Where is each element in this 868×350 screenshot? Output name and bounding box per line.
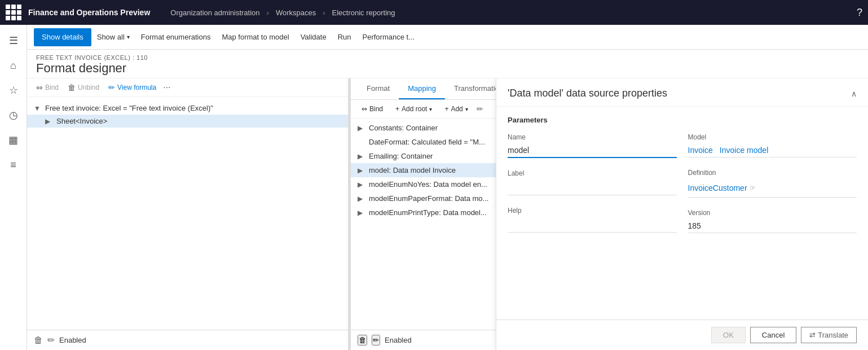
model-links: Invoice Invoice model — [688, 143, 857, 158]
tab-transformation[interactable]: Transformation — [445, 78, 496, 99]
app-grid-icon[interactable] — [6, 5, 21, 20]
name-field: Name — [508, 133, 677, 158]
sidebar-item-clock[interactable]: ◷ — [2, 104, 25, 126]
view-formula-button[interactable]: ✏ View formula — [106, 82, 158, 93]
model-section: Model Invoice Invoice model — [688, 133, 857, 158]
invoice-model-link[interactable]: Invoice model — [720, 146, 768, 155]
version-label: Version — [688, 209, 857, 217]
add-button[interactable]: + Add ▾ — [440, 103, 472, 115]
top-nav: Finance and Operations Preview Organizat… — [0, 0, 868, 25]
format-enumerations-button[interactable]: Format enumerations — [135, 28, 217, 46]
help-label: Help — [508, 207, 677, 215]
definition-link[interactable]: InvoiceCustomer — [688, 181, 747, 195]
sidebar-item-home[interactable]: ⌂ — [2, 54, 25, 77]
mapping-item-modelenumprinttype[interactable]: ▶ modelEnumPrintType: Data model... — [351, 205, 496, 220]
content-area: Show details Show all ▾ Format enumerati… — [27, 25, 868, 350]
collapse-panel-button[interactable]: ∧ — [851, 89, 857, 98]
run-button[interactable]: Run — [332, 28, 357, 46]
mapping-tabs: Format Mapping Transformation — [351, 78, 496, 100]
name-input[interactable] — [508, 143, 677, 158]
help-icon[interactable]: ? — [857, 7, 862, 19]
sidebar-item-menu[interactable]: ☰ — [2, 29, 25, 52]
help-value — [508, 217, 677, 233]
add-root-icon: + — [395, 105, 399, 113]
panel-title: 'Data model' data source properties — [508, 88, 667, 99]
mapping-content: ⇔ Bind + Add root ▾ + Add ▾ — [351, 100, 496, 350]
version-value: 185 — [688, 219, 857, 233]
toggle-emailing-icon: ▶ — [358, 152, 367, 160]
breadcrumb: Organization administration › Workspaces… — [167, 8, 398, 17]
mapping-item-model[interactable]: ▶ model: Data model Invoice — [351, 163, 496, 177]
mapping-item-constants[interactable]: ▶ Constants: Container — [351, 121, 496, 135]
mapping-item-modelenumnoyes[interactable]: ▶ modelEnumNoYes: Data model en... — [351, 177, 496, 191]
tree-item-sheet[interactable]: ▶ Sheet<Invoice> — [27, 115, 348, 128]
show-details-button[interactable]: Show details — [34, 28, 91, 46]
cancel-button[interactable]: Cancel — [750, 327, 796, 343]
name-label: Name — [508, 133, 677, 141]
edit-icon[interactable]: ✏ — [47, 335, 55, 345]
mapping-footer: 🗑 ✏ Enabled — [351, 330, 496, 350]
ok-button[interactable]: OK — [711, 327, 746, 343]
bind-icon: ⇔ — [36, 83, 43, 92]
designer-subtitle: FREE TEXT INVOICE (EXCEL) : 110 — [36, 54, 859, 61]
invoice-link[interactable]: Invoice — [688, 146, 713, 155]
toggle-icon-sheet: ▶ — [45, 117, 54, 125]
sidebar-item-star[interactable]: ☆ — [2, 79, 25, 102]
format-footer: 🗑 ✏ Enabled — [27, 330, 348, 350]
sidebar-item-list[interactable]: ≡ — [2, 154, 25, 176]
format-tree: ▼ Free text invoice: Excel = "Free text … — [27, 97, 348, 330]
sidebar: ☰ ⌂ ☆ ◷ ▦ ≡ — [0, 25, 27, 350]
cursor-icon: ☞ — [750, 184, 756, 192]
label-value — [508, 180, 677, 195]
definition-label: Definition — [688, 169, 857, 177]
model-label: Model — [688, 133, 857, 141]
right-panel: 'Data model' data source properties ∧ Pa… — [496, 78, 868, 350]
mapping-item-dateformat[interactable]: DateFormat: Calculated field = "M... — [351, 135, 496, 149]
mapping-item-emailing[interactable]: ▶ Emailing: Container — [351, 149, 496, 163]
more-options-icon[interactable]: ··· — [163, 82, 170, 93]
toggle-modelenumnoyes-icon: ▶ — [358, 181, 367, 189]
help-field: Help — [508, 207, 677, 233]
tab-mapping[interactable]: Mapping — [399, 78, 445, 99]
map-format-to-model-button[interactable]: Map format to model — [216, 28, 294, 46]
mapping-bind-button[interactable]: ⇔ Bind — [358, 103, 387, 115]
toggle-model-icon: ▶ — [358, 167, 367, 174]
app-title: Finance and Operations Preview — [28, 8, 150, 17]
delete-icon[interactable]: 🗑 — [34, 335, 43, 345]
mapping-enabled-label: Enabled — [385, 336, 412, 344]
unbind-button[interactable]: 🗑 Unbind — [65, 82, 102, 93]
mapping-edit-footer-icon[interactable]: ✏ — [372, 335, 380, 345]
tab-format[interactable]: Format — [358, 78, 399, 99]
right-panel-body: Parameters Name Label — [496, 107, 868, 320]
designer-body: ⇔ Bind 🗑 Unbind ✏ View formula ··· — [27, 78, 868, 350]
format-panel: ⇔ Bind 🗑 Unbind ✏ View formula ··· — [27, 78, 349, 350]
add-root-chevron-icon: ▾ — [429, 106, 432, 112]
add-root-button[interactable]: + Add root ▾ — [391, 103, 436, 115]
mapping-item-modelenumpaperformat[interactable]: ▶ modelEnumPaperFormat: Data mo... — [351, 191, 496, 205]
tree-item-root[interactable]: ▼ Free text invoice: Excel = "Free text … — [27, 102, 348, 115]
breadcrumb-sep2: › — [323, 8, 325, 17]
unbind-icon: 🗑 — [68, 83, 76, 92]
breadcrumb-workspaces[interactable]: Workspaces — [276, 8, 316, 17]
toolbar: Show details Show all ▾ Format enumerati… — [27, 25, 868, 50]
performance-button[interactable]: Performance t... — [357, 28, 420, 46]
designer-header: FREE TEXT INVOICE (EXCEL) : 110 Format d… — [27, 50, 868, 78]
breadcrumb-org[interactable]: Organization administration — [170, 8, 259, 17]
params-section: Parameters Name Label — [508, 116, 857, 233]
label-field: Label — [508, 169, 677, 195]
breadcrumb-reporting[interactable]: Electronic reporting — [332, 8, 395, 17]
sidebar-item-calendar[interactable]: ▦ — [2, 129, 25, 151]
mapping-panel: Format Mapping Transformation ⇔ Bind + A… — [351, 78, 496, 350]
toggle-icon-root: ▼ — [34, 104, 43, 112]
translate-icon: ⇄ — [809, 331, 816, 339]
translate-button[interactable]: ⇄ Translate — [801, 327, 857, 343]
validate-button[interactable]: Validate — [295, 28, 332, 46]
designer-title: Format designer — [36, 61, 859, 76]
show-all-button[interactable]: Show all ▾ — [91, 28, 135, 46]
version-field: Version 185 — [688, 209, 857, 233]
mapping-edit-icon[interactable]: ✏ — [477, 104, 483, 113]
parameters-label: Parameters — [508, 116, 857, 124]
format-actions: ⇔ Bind 🗑 Unbind ✏ View formula ··· — [27, 78, 348, 97]
bind-button[interactable]: ⇔ Bind — [34, 82, 61, 93]
mapping-delete-icon[interactable]: 🗑 — [358, 335, 367, 345]
